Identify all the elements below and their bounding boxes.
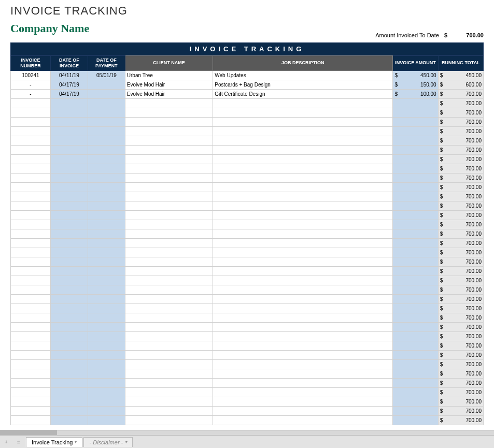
table-row[interactable]: $700.00 <box>11 145 484 154</box>
scrollbar-thumb[interactable] <box>0 430 57 435</box>
table-row[interactable]: $700.00 <box>11 238 484 248</box>
cell-client[interactable] <box>125 201 213 210</box>
cell-running-total[interactable]: $700.00 <box>438 98 483 108</box>
add-sheet-button[interactable]: + <box>0 437 12 447</box>
table-row[interactable]: $700.00 <box>11 378 484 387</box>
cell-job[interactable] <box>213 294 393 304</box>
cell-invoice-number[interactable] <box>11 304 51 313</box>
cell-client[interactable] <box>125 313 213 322</box>
table-row[interactable]: $700.00 <box>11 415 484 425</box>
cell-date-payment[interactable] <box>88 304 125 313</box>
cell-amount[interactable] <box>393 294 438 304</box>
horizontal-scrollbar[interactable] <box>0 430 494 435</box>
cell-invoice-number[interactable] <box>11 220 51 229</box>
cell-invoice-number[interactable] <box>11 294 51 304</box>
cell-client[interactable] <box>125 248 213 257</box>
cell-running-total[interactable]: $700.00 <box>438 136 483 145</box>
cell-client[interactable] <box>125 257 213 266</box>
cell-date-invoice[interactable] <box>51 285 88 294</box>
table-row[interactable]: $700.00 <box>11 108 484 117</box>
table-row[interactable]: -04/17/19Evolve Mod HairPostcards + Bag … <box>11 80 484 89</box>
table-row[interactable]: $700.00 <box>11 322 484 331</box>
cell-date-payment[interactable] <box>88 248 125 257</box>
table-row[interactable]: $700.00 <box>11 126 484 136</box>
cell-date-payment[interactable] <box>88 126 125 136</box>
cell-client[interactable] <box>125 173 213 182</box>
table-row[interactable]: $700.00 <box>11 98 484 108</box>
cell-date-invoice[interactable] <box>51 98 88 108</box>
cell-date-invoice[interactable] <box>51 387 88 397</box>
cell-amount[interactable] <box>393 313 438 322</box>
cell-client[interactable] <box>125 276 213 285</box>
cell-amount[interactable] <box>393 266 438 276</box>
cell-invoice-number[interactable] <box>11 210 51 220</box>
cell-invoice-number[interactable]: - <box>11 89 51 98</box>
cell-date-invoice[interactable] <box>51 378 88 387</box>
cell-date-invoice[interactable] <box>51 210 88 220</box>
cell-date-invoice[interactable] <box>51 108 88 117</box>
cell-amount[interactable] <box>393 145 438 154</box>
cell-running-total[interactable]: $700.00 <box>438 89 483 98</box>
cell-job[interactable] <box>213 266 393 276</box>
company-name[interactable]: Company Name <box>10 20 89 39</box>
cell-amount[interactable]: $150.00 <box>393 80 438 89</box>
cell-date-payment[interactable] <box>88 164 125 173</box>
cell-amount[interactable] <box>393 136 438 145</box>
cell-date-invoice[interactable]: 04/17/19 <box>51 80 88 89</box>
cell-invoice-number[interactable] <box>11 173 51 182</box>
cell-running-total[interactable]: $700.00 <box>438 229 483 238</box>
cell-amount[interactable] <box>393 415 438 425</box>
cell-running-total[interactable]: $700.00 <box>438 108 483 117</box>
cell-date-invoice[interactable] <box>51 201 88 210</box>
cell-date-payment[interactable] <box>88 173 125 182</box>
cell-invoice-number[interactable] <box>11 313 51 322</box>
cell-job[interactable] <box>213 322 393 331</box>
cell-date-payment[interactable] <box>88 117 125 126</box>
cell-job[interactable] <box>213 276 393 285</box>
cell-job[interactable] <box>213 415 393 425</box>
cell-running-total[interactable]: $700.00 <box>438 359 483 369</box>
cell-amount[interactable] <box>393 369 438 378</box>
table-row[interactable]: $700.00 <box>11 257 484 266</box>
cell-invoice-number[interactable]: - <box>11 80 51 89</box>
cell-running-total[interactable]: $450.00 <box>438 70 483 80</box>
cell-amount[interactable]: $450.00 <box>393 70 438 80</box>
cell-date-invoice[interactable] <box>51 304 88 313</box>
cell-client[interactable] <box>125 266 213 276</box>
cell-date-invoice[interactable] <box>51 266 88 276</box>
table-row[interactable]: $700.00 <box>11 331 484 341</box>
cell-job[interactable] <box>213 257 393 266</box>
table-row[interactable]: $700.00 <box>11 266 484 276</box>
cell-job[interactable] <box>213 313 393 322</box>
cell-running-total[interactable]: $700.00 <box>438 201 483 210</box>
cell-date-payment[interactable] <box>88 201 125 210</box>
table-row[interactable]: -04/17/19Evolve Mod HairGift Certificate… <box>11 89 484 98</box>
table-row[interactable]: $700.00 <box>11 313 484 322</box>
cell-invoice-number[interactable] <box>11 406 51 415</box>
cell-client[interactable] <box>125 322 213 331</box>
cell-amount[interactable] <box>393 378 438 387</box>
cell-invoice-number[interactable] <box>11 136 51 145</box>
cell-client[interactable] <box>125 331 213 341</box>
cell-client[interactable] <box>125 192 213 201</box>
cell-client[interactable] <box>125 350 213 359</box>
cell-date-payment[interactable] <box>88 331 125 341</box>
cell-invoice-number[interactable] <box>11 397 51 406</box>
cell-date-payment[interactable] <box>88 359 125 369</box>
cell-amount[interactable] <box>393 238 438 248</box>
table-row[interactable]: $700.00 <box>11 359 484 369</box>
cell-client[interactable] <box>125 182 213 192</box>
table-row[interactable]: $700.00 <box>11 192 484 201</box>
cell-invoice-number[interactable] <box>11 266 51 276</box>
cell-client[interactable] <box>125 229 213 238</box>
cell-date-payment[interactable] <box>88 145 125 154</box>
cell-date-payment[interactable] <box>88 387 125 397</box>
col-invoice-number[interactable]: INVOICE NUMBER <box>11 56 51 71</box>
cell-client[interactable] <box>125 294 213 304</box>
cell-date-invoice[interactable] <box>51 173 88 182</box>
cell-job[interactable] <box>213 359 393 369</box>
cell-client[interactable] <box>125 220 213 229</box>
cell-running-total[interactable]: $700.00 <box>438 341 483 350</box>
cell-client[interactable] <box>125 126 213 136</box>
cell-date-payment[interactable] <box>88 369 125 378</box>
